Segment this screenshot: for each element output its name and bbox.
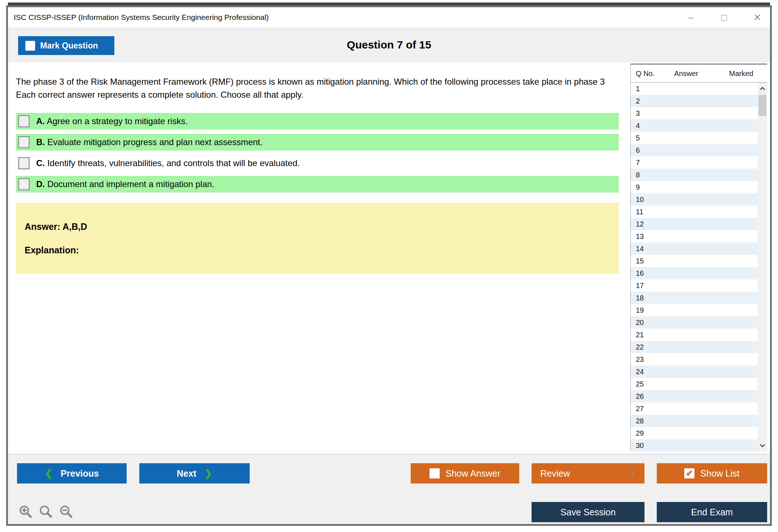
question-row-18[interactable]: 18 <box>631 292 758 304</box>
next-label: Next <box>177 468 196 479</box>
question-row-10[interactable]: 10 <box>631 193 758 206</box>
review-caret-icon: ▲ <box>630 470 636 477</box>
app-window: ISC CISSP-ISSEP (Information Systems Sec… <box>6 5 772 526</box>
question-number: 17 <box>631 282 644 290</box>
question-number: 21 <box>631 331 644 339</box>
option-checkbox[interactable] <box>18 136 30 148</box>
option-d[interactable]: D. Document and implement a mitigation p… <box>16 176 619 193</box>
options-list: A. Agree on a strategy to mitigate risks… <box>16 113 619 197</box>
question-row-5[interactable]: 5 <box>631 132 758 144</box>
question-row-2[interactable]: 2 <box>631 95 758 107</box>
question-number: 27 <box>631 405 644 413</box>
option-text: A. Agree on a strategy to mitigate risks… <box>36 116 188 126</box>
show-list-label: Show List <box>700 468 739 479</box>
option-checkbox[interactable] <box>18 178 30 190</box>
title-bar: ISC CISSP-ISSEP (Information Systems Sec… <box>8 7 770 28</box>
question-text: The phase 3 of the Risk Management Frame… <box>16 75 609 101</box>
question-row-25[interactable]: 25 <box>631 378 758 390</box>
question-row-29[interactable]: 29 <box>631 427 758 439</box>
save-session-button[interactable]: Save Session <box>532 502 644 522</box>
zoom-out-icon[interactable] <box>59 504 74 519</box>
close-icon[interactable]: ✕ <box>751 11 764 24</box>
option-text: B. Evaluate mitigation progress and plan… <box>36 137 263 147</box>
question-row-7[interactable]: 7 <box>631 156 758 169</box>
magnifier-icon[interactable] <box>38 504 54 519</box>
question-row-30[interactable]: 30 <box>631 439 758 452</box>
question-row-16[interactable]: 16 <box>631 267 758 279</box>
question-number: 13 <box>631 232 644 240</box>
question-row-19[interactable]: 19 <box>631 304 758 316</box>
question-row-24[interactable]: 24 <box>631 366 758 378</box>
question-row-9[interactable]: 9 <box>631 181 758 193</box>
question-row-4[interactable]: 4 <box>631 119 758 132</box>
show-list-checkbox[interactable]: ✔ <box>684 468 694 478</box>
footer-bar: ❮ Previous Next ❯ Show Answer Review ▲ ✔… <box>8 454 770 524</box>
question-number: 5 <box>631 134 640 142</box>
option-a[interactable]: A. Agree on a strategy to mitigate risks… <box>16 113 619 130</box>
question-row-14[interactable]: 14 <box>631 242 758 255</box>
next-button[interactable]: Next ❯ <box>139 463 250 484</box>
window-title: ISC CISSP-ISSEP (Information Systems Sec… <box>14 7 269 28</box>
zoom-tools <box>18 504 74 519</box>
question-list-panel: Q No. Answer Marked 12345678910111213141… <box>630 64 767 451</box>
question-row-1[interactable]: 1 <box>631 83 758 95</box>
question-row-26[interactable]: 26 <box>631 390 758 402</box>
answer-label: Answer: A,B,D <box>25 221 610 232</box>
scroll-up-icon[interactable] <box>758 83 767 93</box>
previous-button[interactable]: ❮ Previous <box>17 463 127 484</box>
question-row-17[interactable]: 17 <box>631 279 758 292</box>
question-number: 18 <box>631 294 644 302</box>
question-number: 10 <box>631 195 644 203</box>
question-number: 23 <box>631 355 644 363</box>
mark-question-checkbox[interactable] <box>25 41 35 51</box>
end-exam-button[interactable]: End Exam <box>657 502 767 522</box>
scrollbar-thumb[interactable] <box>758 95 766 116</box>
question-row-6[interactable]: 6 <box>631 144 758 156</box>
question-row-20[interactable]: 20 <box>631 316 758 329</box>
question-row-15[interactable]: 15 <box>631 255 758 267</box>
answer-box: Answer: A,B,D Explanation: <box>16 203 619 274</box>
explanation-label: Explanation: <box>25 245 610 256</box>
question-row-11[interactable]: 11 <box>631 206 758 218</box>
header-band: Question 7 of 15 Mark Question <box>8 28 770 62</box>
show-list-button[interactable]: ✔ Show List <box>657 463 767 484</box>
minimize-icon[interactable]: – <box>685 11 697 24</box>
question-number: 24 <box>631 368 644 376</box>
previous-label: Previous <box>61 468 99 479</box>
question-row-3[interactable]: 3 <box>631 107 758 119</box>
question-row-22[interactable]: 22 <box>631 341 758 353</box>
question-row-13[interactable]: 13 <box>631 230 758 242</box>
question-row-21[interactable]: 21 <box>631 329 758 341</box>
zoom-in-icon[interactable] <box>18 504 33 519</box>
question-number: 2 <box>631 97 640 105</box>
question-number: 11 <box>631 208 643 216</box>
column-qno: Q No. <box>636 64 655 83</box>
question-row-27[interactable]: 27 <box>631 402 758 415</box>
review-button[interactable]: Review ▲ <box>532 463 644 484</box>
question-number: 20 <box>631 318 644 326</box>
next-chevron-icon: ❯ <box>204 468 212 479</box>
question-row-23[interactable]: 23 <box>631 353 758 366</box>
question-number: 28 <box>631 417 644 425</box>
option-checkbox[interactable] <box>18 115 30 127</box>
question-number: 3 <box>631 109 640 117</box>
scroll-down-icon[interactable] <box>758 441 767 451</box>
option-checkbox[interactable] <box>18 157 30 169</box>
option-b[interactable]: B. Evaluate mitigation progress and plan… <box>16 134 619 151</box>
option-c[interactable]: C. Identify threats, vulnerabilities, an… <box>16 155 619 172</box>
option-text: D. Document and implement a mitigation p… <box>36 179 214 189</box>
question-list: 1234567891011121314151617181920212223242… <box>631 83 758 452</box>
question-counter: Question 7 of 15 <box>8 28 770 62</box>
show-answer-checkbox[interactable] <box>430 468 440 478</box>
question-number: 15 <box>631 257 644 265</box>
question-list-scrollbar[interactable] <box>758 83 767 452</box>
question-row-12[interactable]: 12 <box>631 218 758 230</box>
maximize-icon[interactable]: □ <box>718 11 730 24</box>
question-number: 19 <box>631 306 644 314</box>
mark-question-button[interactable]: Mark Question <box>18 36 114 55</box>
question-row-8[interactable]: 8 <box>631 169 758 181</box>
question-number: 22 <box>631 343 644 351</box>
show-answer-button[interactable]: Show Answer <box>411 463 519 484</box>
review-label: Review <box>540 468 570 479</box>
question-row-28[interactable]: 28 <box>631 415 758 427</box>
